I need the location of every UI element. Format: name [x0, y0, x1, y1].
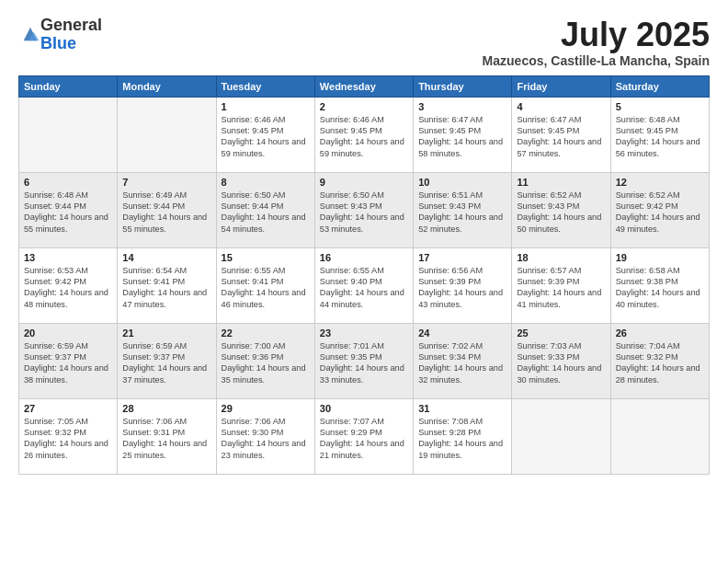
calendar-header-wednesday: Wednesday: [314, 75, 413, 97]
day-number: 9: [320, 177, 408, 188]
calendar-cell: 8Sunrise: 6:50 AM Sunset: 9:44 PM Daylig…: [216, 172, 314, 247]
logo: General Blue: [18, 17, 102, 53]
day-number: 17: [418, 252, 506, 263]
title-area: July 2025 Mazuecos, Castille-La Mancha, …: [483, 17, 710, 68]
calendar-cell: 20Sunrise: 6:59 AM Sunset: 9:37 PM Dayli…: [19, 323, 118, 398]
day-info: Sunrise: 6:49 AM Sunset: 9:44 PM Dayligh…: [122, 190, 210, 236]
calendar-cell: [512, 398, 610, 474]
calendar-cell: 4Sunrise: 6:47 AM Sunset: 9:45 PM Daylig…: [512, 97, 610, 172]
calendar-header-tuesday: Tuesday: [216, 75, 314, 97]
day-number: 27: [24, 403, 112, 414]
day-info: Sunrise: 6:55 AM Sunset: 9:40 PM Dayligh…: [320, 265, 408, 311]
calendar-cell: 26Sunrise: 7:04 AM Sunset: 9:32 PM Dayli…: [610, 323, 709, 398]
day-number: 19: [616, 252, 704, 263]
day-info: Sunrise: 6:52 AM Sunset: 9:43 PM Dayligh…: [517, 190, 605, 236]
day-info: Sunrise: 7:05 AM Sunset: 9:32 PM Dayligh…: [24, 416, 112, 462]
calendar-header-saturday: Saturday: [610, 75, 709, 97]
calendar: SundayMondayTuesdayWednesdayThursdayFrid…: [18, 75, 710, 475]
calendar-cell: [118, 97, 216, 172]
calendar-week-4: 20Sunrise: 6:59 AM Sunset: 9:37 PM Dayli…: [19, 323, 710, 398]
logo-blue: Blue: [40, 35, 102, 53]
calendar-cell: 27Sunrise: 7:05 AM Sunset: 9:32 PM Dayli…: [19, 398, 118, 474]
day-number: 8: [222, 177, 310, 188]
day-info: Sunrise: 6:53 AM Sunset: 9:42 PM Dayligh…: [24, 265, 112, 311]
calendar-cell: 10Sunrise: 6:51 AM Sunset: 9:43 PM Dayli…: [414, 172, 512, 247]
day-number: 3: [418, 101, 506, 112]
day-number: 2: [320, 101, 408, 112]
day-number: 22: [222, 327, 310, 339]
day-number: 15: [222, 252, 310, 263]
calendar-cell: 12Sunrise: 6:52 AM Sunset: 9:42 PM Dayli…: [610, 172, 709, 247]
day-info: Sunrise: 6:54 AM Sunset: 9:41 PM Dayligh…: [122, 265, 210, 311]
calendar-cell: 23Sunrise: 7:01 AM Sunset: 9:35 PM Dayli…: [314, 323, 413, 398]
day-number: 4: [517, 101, 605, 112]
day-info: Sunrise: 7:00 AM Sunset: 9:36 PM Dayligh…: [222, 340, 310, 386]
calendar-cell: 3Sunrise: 6:47 AM Sunset: 9:45 PM Daylig…: [414, 97, 512, 172]
calendar-cell: 2Sunrise: 6:46 AM Sunset: 9:45 PM Daylig…: [314, 97, 413, 172]
day-info: Sunrise: 6:59 AM Sunset: 9:37 PM Dayligh…: [24, 340, 112, 386]
day-number: 7: [122, 177, 210, 188]
day-info: Sunrise: 6:59 AM Sunset: 9:37 PM Dayligh…: [122, 340, 210, 386]
calendar-cell: 5Sunrise: 6:48 AM Sunset: 9:45 PM Daylig…: [610, 97, 709, 172]
day-info: Sunrise: 7:06 AM Sunset: 9:31 PM Dayligh…: [122, 416, 210, 462]
calendar-week-3: 13Sunrise: 6:53 AM Sunset: 9:42 PM Dayli…: [19, 247, 710, 323]
day-info: Sunrise: 6:46 AM Sunset: 9:45 PM Dayligh…: [320, 114, 408, 160]
day-info: Sunrise: 6:46 AM Sunset: 9:45 PM Dayligh…: [222, 114, 310, 160]
location-title: Mazuecos, Castille-La Mancha, Spain: [483, 53, 710, 68]
calendar-cell: 16Sunrise: 6:55 AM Sunset: 9:40 PM Dayli…: [314, 247, 413, 323]
day-info: Sunrise: 7:08 AM Sunset: 9:28 PM Dayligh…: [418, 416, 506, 462]
calendar-cell: 17Sunrise: 6:56 AM Sunset: 9:39 PM Dayli…: [414, 247, 512, 323]
calendar-cell: 25Sunrise: 7:03 AM Sunset: 9:33 PM Dayli…: [512, 323, 610, 398]
day-number: 18: [517, 252, 605, 263]
calendar-cell: 11Sunrise: 6:52 AM Sunset: 9:43 PM Dayli…: [512, 172, 610, 247]
logo-general: General: [40, 17, 102, 35]
calendar-cell: 24Sunrise: 7:02 AM Sunset: 9:34 PM Dayli…: [414, 323, 512, 398]
day-info: Sunrise: 6:48 AM Sunset: 9:45 PM Dayligh…: [616, 114, 704, 160]
day-info: Sunrise: 6:50 AM Sunset: 9:44 PM Dayligh…: [222, 190, 310, 236]
calendar-cell: 19Sunrise: 6:58 AM Sunset: 9:38 PM Dayli…: [610, 247, 709, 323]
calendar-cell: 1Sunrise: 6:46 AM Sunset: 9:45 PM Daylig…: [216, 97, 314, 172]
logo-icon: [20, 24, 40, 44]
day-info: Sunrise: 7:03 AM Sunset: 9:33 PM Dayligh…: [517, 340, 605, 386]
calendar-cell: 29Sunrise: 7:06 AM Sunset: 9:30 PM Dayli…: [216, 398, 314, 474]
calendar-cell: 14Sunrise: 6:54 AM Sunset: 9:41 PM Dayli…: [118, 247, 216, 323]
calendar-cell: 6Sunrise: 6:48 AM Sunset: 9:44 PM Daylig…: [19, 172, 118, 247]
day-number: 16: [320, 252, 408, 263]
day-info: Sunrise: 6:55 AM Sunset: 9:41 PM Dayligh…: [222, 265, 310, 311]
calendar-cell: 9Sunrise: 6:50 AM Sunset: 9:43 PM Daylig…: [314, 172, 413, 247]
day-number: 28: [122, 403, 210, 414]
day-info: Sunrise: 6:51 AM Sunset: 9:43 PM Dayligh…: [418, 190, 506, 236]
day-number: 1: [222, 101, 310, 112]
day-number: 31: [418, 403, 506, 414]
month-title: July 2025: [483, 17, 710, 53]
calendar-week-2: 6Sunrise: 6:48 AM Sunset: 9:44 PM Daylig…: [19, 172, 710, 247]
day-number: 6: [24, 177, 112, 188]
calendar-week-5: 27Sunrise: 7:05 AM Sunset: 9:32 PM Dayli…: [19, 398, 710, 474]
day-info: Sunrise: 7:06 AM Sunset: 9:30 PM Dayligh…: [222, 416, 310, 462]
day-info: Sunrise: 6:50 AM Sunset: 9:43 PM Dayligh…: [320, 190, 408, 236]
day-info: Sunrise: 7:07 AM Sunset: 9:29 PM Dayligh…: [320, 416, 408, 462]
day-info: Sunrise: 6:48 AM Sunset: 9:44 PM Dayligh…: [24, 190, 112, 236]
day-number: 23: [320, 327, 408, 339]
day-number: 21: [122, 327, 210, 339]
day-number: 11: [517, 177, 605, 188]
day-info: Sunrise: 6:52 AM Sunset: 9:42 PM Dayligh…: [616, 190, 704, 236]
calendar-cell: 7Sunrise: 6:49 AM Sunset: 9:44 PM Daylig…: [118, 172, 216, 247]
day-number: 13: [24, 252, 112, 263]
day-number: 12: [616, 177, 704, 188]
calendar-cell: 15Sunrise: 6:55 AM Sunset: 9:41 PM Dayli…: [216, 247, 314, 323]
day-number: 30: [320, 403, 408, 414]
day-info: Sunrise: 7:04 AM Sunset: 9:32 PM Dayligh…: [616, 340, 704, 386]
day-info: Sunrise: 6:57 AM Sunset: 9:39 PM Dayligh…: [517, 265, 605, 311]
calendar-cell: [19, 97, 118, 172]
day-info: Sunrise: 6:47 AM Sunset: 9:45 PM Dayligh…: [517, 114, 605, 160]
day-number: 25: [517, 327, 605, 339]
day-info: Sunrise: 7:02 AM Sunset: 9:34 PM Dayligh…: [418, 340, 506, 386]
day-number: 14: [122, 252, 210, 263]
calendar-cell: 21Sunrise: 6:59 AM Sunset: 9:37 PM Dayli…: [118, 323, 216, 398]
calendar-header-friday: Friday: [512, 75, 610, 97]
day-number: 29: [222, 403, 310, 414]
day-number: 10: [418, 177, 506, 188]
day-info: Sunrise: 7:01 AM Sunset: 9:35 PM Dayligh…: [320, 340, 408, 386]
calendar-week-1: 1Sunrise: 6:46 AM Sunset: 9:45 PM Daylig…: [19, 97, 710, 172]
